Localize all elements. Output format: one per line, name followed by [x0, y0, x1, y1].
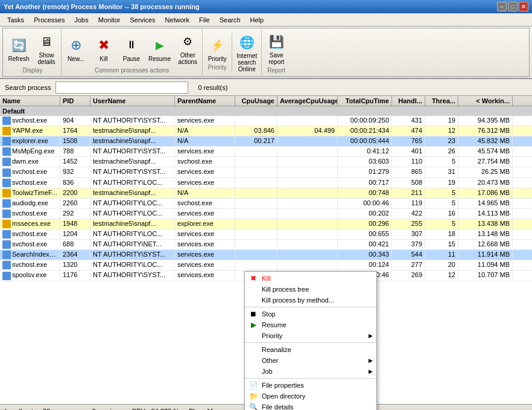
context-kill-process-tree[interactable]: Kill process tree: [245, 284, 376, 295]
col-totalcputime[interactable]: TotalCpuTime: [338, 96, 392, 106]
toolbar-group-internet: 🌐 InternetsearchOnline: [232, 30, 262, 75]
context-other[interactable]: Other: [245, 355, 376, 366]
col-avgcpuusage[interactable]: AverageCpuUsage: [277, 96, 338, 106]
kill-icon: ✖: [249, 274, 258, 283]
context-file-properties[interactable]: 📄 File properties: [245, 380, 376, 391]
menu-services[interactable]: Services: [125, 15, 160, 25]
other-actions-icon: ⚙: [178, 32, 197, 51]
context-kill-by-method[interactable]: Kill process by method...: [245, 295, 376, 306]
refresh-button[interactable]: 🔄 Refresh: [5, 34, 32, 63]
show-details-button[interactable]: 🖥 Showdetails: [33, 31, 60, 66]
pause-label: Pause: [123, 56, 140, 62]
toolbar-group-priority: ⚡ Priority Priority: [203, 33, 232, 72]
internet-search-button[interactable]: 🌐 InternetsearchOnline: [233, 31, 260, 74]
save-report-label: Savereport: [268, 52, 284, 65]
context-separator-2: [245, 342, 376, 343]
new-label: New...: [68, 56, 84, 62]
col-pid[interactable]: PID: [60, 96, 90, 106]
table-row[interactable]: audiodg.exe 2260 NT AUTHORITY\LOC... svc…: [0, 199, 532, 209]
pause-button[interactable]: ⏸ Pause: [118, 34, 145, 63]
menu-search[interactable]: Search: [215, 15, 245, 25]
table-row[interactable]: msseces.exe 1948 testmachine5\snapf... e…: [0, 219, 532, 229]
report-group-label: Report: [263, 67, 290, 74]
toolbar-group-common: ⊕ New... ✖ Kill ⏸ Pause ▶ Resume ⚙ Oth: [62, 30, 203, 75]
kill-icon: ✖: [94, 36, 113, 55]
other-actions-button[interactable]: ⚙ Otheractions: [174, 31, 201, 66]
table-row[interactable]: svchost.exe 904 NT AUTHORITY\SYST... ser…: [0, 116, 532, 126]
table-row[interactable]: ToolwizTimeF... 2200 testmachine5\snapf.…: [0, 188, 532, 199]
context-open-directory[interactable]: 📁 Open directory: [245, 391, 376, 402]
priority-group-label: Priority: [204, 64, 230, 71]
file-details-icon: 🔍: [249, 402, 258, 410]
table-row[interactable]: dwm.exe 1452 testmachine5\snapf... svcho…: [0, 157, 532, 167]
title-bar: Yet Another (remote) Process Monitor -- …: [0, 0, 532, 13]
menu-monitor[interactable]: Monitor: [93, 15, 125, 25]
show-details-label: Showdetails: [38, 52, 55, 65]
col-handle[interactable]: Handl...: [392, 96, 425, 106]
new-icon: ⊕: [66, 36, 86, 55]
table-row[interactable]: svchost.exe 836 NT AUTHORITY\LOC... serv…: [0, 178, 532, 188]
kill-button[interactable]: ✖ Kill: [90, 34, 117, 63]
table-row[interactable]: MsMpEng.exe 788 NT AUTHORITY\SYST... ser…: [0, 147, 532, 157]
menu-bar: Tasks Processes Jobs Monitor Services Ne…: [0, 13, 532, 27]
title-text: Yet Another (remote) Process Monitor -- …: [4, 3, 200, 10]
table-row[interactable]: svchost.exe 292 NT AUTHORITY\LOC... serv…: [0, 209, 532, 219]
col-name[interactable]: Name: [0, 96, 60, 106]
menu-jobs[interactable]: Jobs: [69, 15, 93, 25]
table-row[interactable]: SearchIndexe... 2364 NT AUTHORITY\SYST..…: [0, 250, 532, 260]
context-stop[interactable]: ⏹ Stop: [245, 309, 376, 319]
pause-icon: ⏸: [122, 36, 141, 55]
common-group-label: Common processes actions: [63, 67, 201, 74]
col-working[interactable]: < Workin...: [458, 96, 513, 106]
search-label: Search process: [5, 84, 51, 91]
table-row[interactable]: svchost.exe 1204 NT AUTHORITY\LOC... ser…: [0, 229, 532, 240]
menu-help[interactable]: Help: [245, 15, 269, 25]
toolbar-area: 🔄 Refresh 🖥 Showdetails Display ⊕ New...…: [0, 27, 532, 79]
col-thread[interactable]: Threa...: [425, 96, 458, 106]
close-button[interactable]: ✕: [519, 2, 528, 11]
menu-file[interactable]: File: [194, 15, 215, 25]
col-parentname[interactable]: ParentName: [175, 96, 235, 106]
table-row[interactable]: svchost.exe 932 NT AUTHORITY\SYST... ser…: [0, 167, 532, 178]
menu-processes[interactable]: Processes: [29, 15, 69, 25]
col-cpuusage[interactable]: CpuUsage: [235, 96, 277, 106]
table-row[interactable]: YAPM.exe 1764 testmachine5\snapf... N/A …: [0, 126, 532, 136]
menu-tasks[interactable]: Tasks: [2, 15, 29, 25]
context-separator-1: [245, 307, 376, 307]
context-job[interactable]: Job: [245, 366, 376, 377]
status-processes: 38 processes: [43, 408, 82, 411]
context-file-details[interactable]: 🔍 File details: [245, 402, 376, 410]
resume-button[interactable]: ▶ Resume: [146, 34, 173, 63]
table-row[interactable]: explorer.exe 1508 testmachine5\snapf... …: [0, 136, 532, 147]
resume-icon: ▶: [249, 320, 258, 330]
internet-search-label: InternetsearchOnline: [236, 53, 257, 72]
search-input[interactable]: [55, 82, 188, 94]
status-host: Localhost: [5, 408, 33, 411]
toolbar-group-report: 💾 Savereport Report: [262, 30, 291, 75]
priority-button[interactable]: ⚡ Priority: [204, 34, 230, 63]
priority-label: Priority: [208, 56, 227, 62]
kill-label: Kill: [100, 56, 107, 62]
context-reanalize[interactable]: Reanalize: [245, 344, 376, 355]
maximize-button[interactable]: □: [508, 2, 518, 11]
title-buttons: ─ □ ✕: [497, 2, 528, 11]
refresh-label: Refresh: [8, 56, 29, 62]
table-row[interactable]: svchost.exe 688 NT AUTHORITY\NET... serv…: [0, 240, 532, 250]
context-resume[interactable]: ▶ Resume: [245, 319, 376, 330]
status-services: 0 services: [92, 408, 122, 411]
save-report-button[interactable]: 💾 Savereport: [263, 31, 290, 66]
table-row[interactable]: svchost.exe 1320 NT AUTHORITY\LOC... ser…: [0, 260, 532, 271]
col-username[interactable]: UserName: [90, 96, 175, 106]
file-properties-icon: 📄: [249, 380, 258, 390]
menu-network[interactable]: Network: [160, 15, 194, 25]
context-priority[interactable]: Priority: [245, 330, 376, 341]
priority-icon: ⚡: [207, 36, 227, 55]
resume-icon: ▶: [150, 36, 169, 55]
minimize-button[interactable]: ─: [497, 2, 507, 11]
search-result: 0 result(s): [198, 84, 227, 91]
context-kill[interactable]: ✖ Kill: [245, 273, 376, 284]
refresh-icon: 🔄: [9, 36, 28, 55]
table-header: Name PID UserName ParentName CpuUsage Av…: [0, 96, 532, 106]
main-content: Name PID UserName ParentName CpuUsage Av…: [0, 96, 532, 404]
new-button[interactable]: ⊕ New...: [63, 34, 89, 63]
